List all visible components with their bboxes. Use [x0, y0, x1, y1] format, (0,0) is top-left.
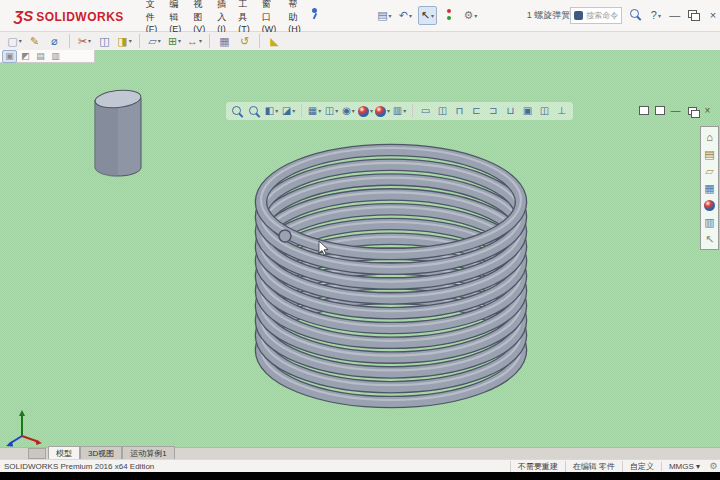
- dropdown-caret-icon: ▾: [370, 108, 373, 114]
- repair-sketch-icon[interactable]: ↺: [236, 33, 253, 50]
- file-explorer-icon[interactable]: ▱: [703, 164, 717, 178]
- move-entities-icon[interactable]: ↔▾: [186, 33, 203, 50]
- dropdown-caret-icon: ▾: [275, 108, 278, 114]
- mirror-entities-icon[interactable]: ▱▾: [146, 33, 163, 50]
- document-title: 1 螺旋弹簧: [527, 9, 571, 22]
- status-custom-text[interactable]: 自定义: [622, 461, 661, 472]
- display-style-icon[interactable]: ◫▾: [324, 104, 339, 119]
- 3ds-logo-mark: ƷS: [14, 7, 33, 24]
- document-window-controls: —×: [637, 104, 714, 117]
- save-button[interactable]: ▤▾: [376, 7, 393, 24]
- hide-show-items-icon[interactable]: ◉▾: [341, 104, 356, 119]
- coil-wire-end: [279, 230, 291, 242]
- sketch-pencil-icon[interactable]: ✎: [26, 33, 43, 50]
- close-button[interactable]: ×: [704, 7, 720, 24]
- toolbar-separator: [412, 104, 413, 118]
- home-icon[interactable]: ⌂: [703, 130, 717, 144]
- appearances-scenes-icon[interactable]: [703, 198, 717, 212]
- tab-features-icon[interactable]: ▣: [2, 50, 17, 63]
- document-tabs: 模型3D视图运动算例1: [48, 446, 175, 460]
- quick-access-toolbar: ▤▾↶▾↖▾⚙▾: [376, 6, 479, 25]
- toolbar-separator: [259, 34, 260, 48]
- top-view-icon[interactable]: ⊓: [452, 104, 467, 119]
- status-units-selector[interactable]: MMGS ▾: [661, 462, 707, 471]
- apply-scene-icon[interactable]: ▾: [375, 104, 390, 119]
- search-run-icon[interactable]: [628, 7, 645, 24]
- zoom-fit-icon[interactable]: [230, 104, 245, 119]
- offset-entities-icon[interactable]: ◨▾: [116, 33, 133, 50]
- tab-evaluate-icon[interactable]: ▥: [49, 51, 62, 62]
- front-view-icon[interactable]: ▭: [418, 104, 433, 119]
- tab-scroll-control[interactable]: [28, 448, 46, 459]
- trim-entities-icon[interactable]: ✂▾: [76, 33, 93, 50]
- dropdown-caret-icon: ▾: [403, 108, 406, 114]
- rebuild-button[interactable]: [441, 7, 458, 24]
- normal-to-icon[interactable]: ⊥: [554, 104, 569, 119]
- display-relations-icon[interactable]: ▦: [216, 33, 233, 50]
- toolbar-separator: [301, 104, 302, 118]
- zoom-area-icon[interactable]: [247, 104, 262, 119]
- status-options: ⚙: [707, 461, 720, 473]
- view-orientation-icon[interactable]: ▦▾: [307, 104, 322, 119]
- dropdown-caret-icon: ▾: [389, 13, 392, 19]
- previous-view-icon[interactable]: ◧▾: [264, 104, 279, 119]
- dropdown-caret-icon: ▾: [318, 108, 321, 114]
- tab-model[interactable]: 模型: [48, 446, 80, 460]
- doc-minimize-icon[interactable]: —: [669, 104, 682, 117]
- convert-entities-icon[interactable]: ◫: [96, 33, 113, 50]
- section-view-icon[interactable]: ◪▾: [281, 104, 296, 119]
- sketch-button[interactable]: ▢▾: [6, 33, 23, 50]
- minimize-button[interactable]: —: [666, 7, 683, 24]
- orientation-triad: [2, 408, 46, 447]
- graphics-viewport[interactable]: ◧▾◪▾▦▾◫▾◉▾▾▾▥▾▭◫⊓⊏⊐⊔▣◫⊥ —× ⌂▤▱▦▥↖: [0, 50, 720, 447]
- doc-previous-window-icon[interactable]: [637, 104, 650, 117]
- doc-next-window-icon[interactable]: [653, 104, 666, 117]
- status-bar: SOLIDWORKS Premium 2016 x64 Edition 不需要重…: [0, 459, 720, 473]
- titlebar: ƷS SOLIDWORKS 文件(F)编辑(E)视图(V)插入(I)工具(T)窗…: [0, 0, 720, 32]
- bottom-view-icon[interactable]: ⊔: [503, 104, 518, 119]
- tab-surfaces-icon[interactable]: ▤: [34, 51, 47, 62]
- dropdown-caret-icon: ▾: [474, 13, 477, 19]
- options-button[interactable]: ⚙▾: [462, 7, 479, 24]
- left-view-icon[interactable]: ⊏: [469, 104, 484, 119]
- restore-button[interactable]: [685, 7, 702, 24]
- dropdown-caret-icon: ▾: [292, 108, 295, 114]
- sketch-toolbar: ▢▾✎⌀✂▾◫◨▾▱▾⊞▾↔▾▦↺◣: [0, 32, 720, 51]
- design-library-icon[interactable]: ▤: [703, 147, 717, 161]
- chamfer-tool-icon[interactable]: ◣: [266, 33, 283, 50]
- edit-appearance-icon[interactable]: ▾: [358, 104, 373, 119]
- dropdown-caret-icon: ▾: [178, 38, 181, 44]
- tab-motion-study[interactable]: 运动算例1: [122, 446, 174, 460]
- tab-3d-views[interactable]: 3D视图: [80, 446, 122, 460]
- titlebar-controls: ?▾—×: [628, 7, 720, 24]
- solidworks-logo: ƷS SOLIDWORKS: [14, 7, 124, 24]
- menu-pin: [307, 5, 324, 26]
- menu-pin-icon[interactable]: [307, 5, 324, 22]
- iso-view-icon[interactable]: ▣: [520, 104, 535, 119]
- linear-pattern-icon[interactable]: ⊞▾: [166, 33, 183, 50]
- task-pane: ⌂▤▱▦▥↖: [700, 126, 719, 250]
- toolbar-separator: [139, 34, 140, 48]
- view-palette-icon[interactable]: ▦: [703, 181, 717, 195]
- undo-button[interactable]: ↶▾: [397, 7, 414, 24]
- status-right-panel: 不需要重建 在编辑 零件 自定义 MMGS ▾ ⚙: [510, 461, 720, 473]
- dimetric-view-icon[interactable]: ◫: [537, 104, 552, 119]
- helical-coil-part[interactable]: [252, 140, 530, 412]
- help-button[interactable]: ?▾: [647, 7, 664, 24]
- doc-close-icon[interactable]: ×: [701, 104, 714, 117]
- smart-dimension-icon[interactable]: ⌀: [46, 33, 63, 50]
- cylinder-part[interactable]: [90, 86, 146, 186]
- view-settings-icon[interactable]: ▥▾: [392, 104, 407, 119]
- custom-properties-icon[interactable]: ▥: [703, 215, 717, 229]
- dropdown-caret-icon: ▾: [352, 108, 355, 114]
- pane-pin-icon[interactable]: ↖: [703, 232, 717, 246]
- doc-restore-icon[interactable]: [685, 104, 698, 117]
- tab-sketch-icon[interactable]: ◩: [19, 51, 32, 62]
- select-tool-button[interactable]: ↖▾: [418, 6, 437, 25]
- status-options-icon[interactable]: ⚙: [707, 461, 720, 473]
- back-view-icon[interactable]: ◫: [435, 104, 450, 119]
- search-input[interactable]: 搜索命令: [570, 7, 622, 24]
- dropdown-caret-icon: ▾: [335, 108, 338, 114]
- letterbox-band: [0, 472, 720, 480]
- right-view-icon[interactable]: ⊐: [486, 104, 501, 119]
